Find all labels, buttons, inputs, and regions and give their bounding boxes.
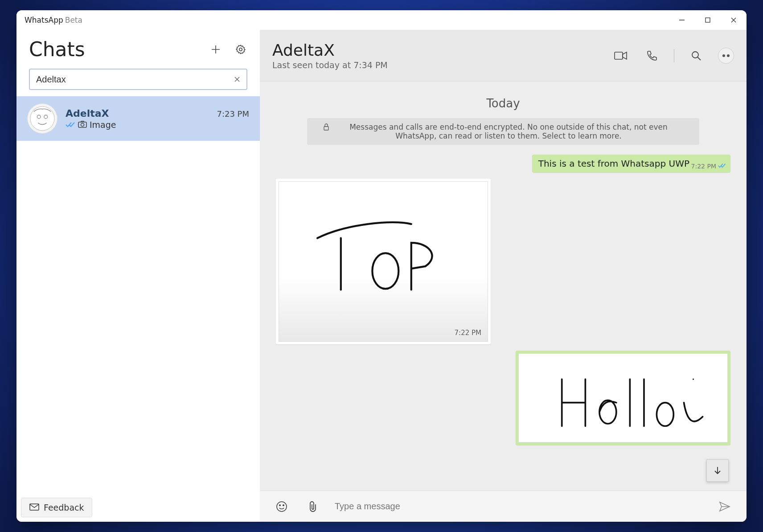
svg-point-26 <box>283 504 284 506</box>
read-ticks-icon <box>718 163 726 170</box>
composer <box>260 491 747 522</box>
svg-point-13 <box>81 123 84 126</box>
mail-icon <box>29 503 39 512</box>
sidebar-title: Chats <box>29 38 200 61</box>
sidebar-header: Chats <box>16 30 260 64</box>
encryption-notice[interactable]: Messages and calls are end-to-end encryp… <box>307 118 699 145</box>
app-name: WhatsApp <box>25 16 63 25</box>
chat-header-name: AdeltaX <box>272 41 606 59</box>
svg-rect-14 <box>615 52 623 59</box>
window-controls <box>669 10 747 30</box>
feedback-label: Feedback <box>44 503 84 512</box>
svg-point-9 <box>30 106 54 131</box>
chat-header-status: Last seen today at 7:34 PM <box>272 60 606 70</box>
svg-rect-28 <box>30 504 39 510</box>
svg-point-15 <box>692 52 698 58</box>
search-in-chat-button[interactable] <box>687 46 706 65</box>
chat-item-time: 7:23 PM <box>217 109 249 119</box>
clear-search-icon[interactable] <box>234 75 240 84</box>
message-row: This is a test from Whatsapp UWP 7:22 PM <box>276 155 730 172</box>
svg-point-18 <box>727 54 730 57</box>
minimize-button[interactable] <box>669 10 695 30</box>
svg-point-24 <box>277 502 287 512</box>
camera-icon <box>78 120 87 130</box>
svg-point-21 <box>657 403 674 426</box>
close-button[interactable] <box>721 10 747 30</box>
message-meta: 7:22 PM <box>691 163 726 170</box>
sidebar: Chats <box>16 30 260 522</box>
divider <box>674 49 674 62</box>
svg-point-25 <box>279 504 281 506</box>
svg-point-6 <box>239 48 242 50</box>
svg-rect-19 <box>324 127 328 130</box>
avatar <box>27 103 57 134</box>
attach-button[interactable] <box>304 497 322 516</box>
chat-list-item[interactable]: AdeltaX 7:23 PM Image <box>16 96 260 141</box>
search-input[interactable] <box>36 74 234 85</box>
app-body: Chats <box>16 30 747 522</box>
emoji-button[interactable] <box>272 497 291 516</box>
lock-icon <box>323 123 329 132</box>
message-bubble-image-incoming[interactable]: 7:22 PM <box>276 179 491 344</box>
voice-call-button[interactable] <box>643 46 661 65</box>
image-attachment[interactable]: 7:22 PM <box>279 181 488 342</box>
search-container <box>16 64 260 96</box>
chat-list: AdeltaX 7:23 PM Image <box>16 96 260 522</box>
read-ticks-icon <box>66 120 75 130</box>
chat-pane: AdeltaX Last seen today at 7:34 PM <box>260 30 747 522</box>
message-bubble-image-outgoing[interactable] <box>516 351 730 445</box>
app-window: WhatsApp Beta Chats <box>16 10 747 522</box>
message-input[interactable] <box>335 501 703 512</box>
image-attachment[interactable] <box>518 353 728 442</box>
chat-header-actions <box>611 46 734 65</box>
svg-point-17 <box>722 54 725 57</box>
maximize-button[interactable] <box>695 10 721 30</box>
svg-line-16 <box>697 57 701 60</box>
message-row <box>276 351 730 445</box>
svg-point-20 <box>373 253 399 289</box>
messages-area[interactable]: Today Messages and calls are end-to-end … <box>260 82 747 491</box>
feedback-button[interactable]: Feedback <box>21 498 92 517</box>
message-time: 7:22 PM <box>455 329 481 337</box>
chat-item-body: AdeltaX 7:23 PM Image <box>66 108 249 130</box>
send-button[interactable] <box>715 497 734 516</box>
video-call-button[interactable] <box>611 46 630 65</box>
day-label: Today <box>276 97 730 110</box>
new-chat-button[interactable] <box>206 40 225 59</box>
chat-header-info: AdeltaX Last seen today at 7:34 PM <box>272 41 606 70</box>
message-time: 7:22 PM <box>691 163 716 170</box>
chat-item-preview-label: Image <box>90 120 116 130</box>
message-row: 7:22 PM <box>276 179 730 344</box>
chat-item-name: AdeltaX <box>66 108 109 119</box>
settings-button[interactable] <box>231 40 250 59</box>
title-bar: WhatsApp Beta <box>16 10 747 30</box>
app-tag: Beta <box>65 16 82 25</box>
encryption-text: Messages and calls are end-to-end encryp… <box>334 123 683 140</box>
search-box[interactable] <box>29 69 247 90</box>
chat-item-preview: Image <box>66 120 249 130</box>
svg-rect-1 <box>706 18 710 22</box>
profile-avatar-button[interactable] <box>718 48 734 64</box>
message-bubble-outgoing[interactable]: This is a test from Whatsapp UWP 7:22 PM <box>532 155 730 172</box>
svg-point-22 <box>693 378 694 380</box>
chat-header[interactable]: AdeltaX Last seen today at 7:34 PM <box>260 30 747 82</box>
scroll-to-bottom-button[interactable] <box>706 459 729 482</box>
